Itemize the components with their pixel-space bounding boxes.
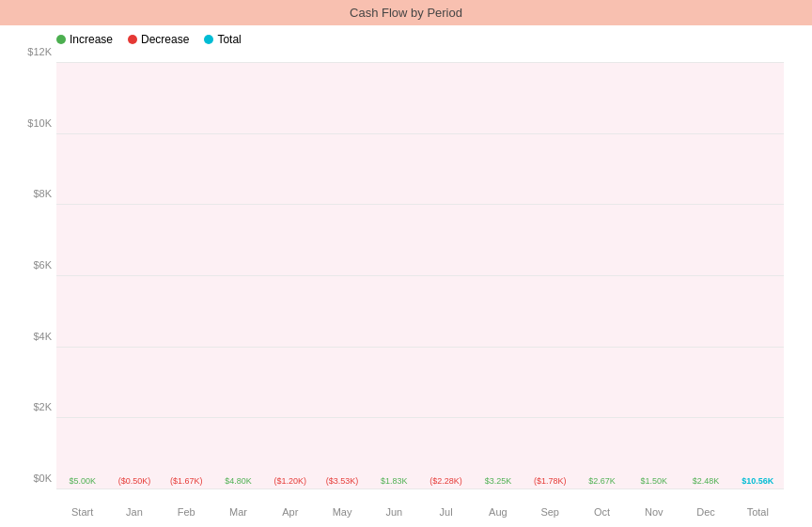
y-axis-label: $12K — [5, 46, 52, 57]
legend-decrease-label: Decrease — [141, 33, 189, 46]
x-axis-label: Nov — [628, 506, 679, 518]
chart-wrapper: Cash Flow by Period Increase Decrease To… — [0, 0, 812, 527]
legend-total-label: Total — [217, 33, 241, 46]
bar-group: $10.56K — [732, 63, 784, 489]
y-axis-label: $4K — [5, 331, 52, 342]
bar-label-total: $10.56K — [742, 476, 773, 486]
y-axis-label: $8K — [5, 188, 52, 199]
legend-decrease-dot — [128, 35, 137, 44]
bar-label-increase: $1.83K — [381, 476, 408, 486]
legend: Increase Decrease Total — [0, 25, 812, 54]
bar-group: ($1.20K) — [264, 63, 316, 489]
x-axis-label: Apr — [264, 506, 316, 518]
legend-total: Total — [204, 33, 241, 46]
legend-increase-dot — [56, 35, 66, 44]
y-axis-label: $2K — [5, 401, 52, 412]
bar-label-increase: $3.25K — [485, 476, 512, 486]
bar-label-decrease: ($0.50K) — [118, 476, 151, 486]
bar-group: $5.00K — [56, 63, 108, 489]
x-axis-label: Start — [56, 506, 108, 518]
bar-label-decrease: ($1.67K) — [170, 476, 203, 486]
bar-label-decrease: ($1.78K) — [534, 476, 567, 486]
x-axis-label: Aug — [472, 506, 523, 518]
bar-group: ($0.50K) — [108, 63, 160, 489]
bar-group: ($2.28K) — [420, 63, 472, 489]
bar-label-decrease: ($2.28K) — [429, 476, 462, 486]
x-axis-label: Feb — [161, 506, 212, 518]
legend-increase: Increase — [56, 33, 113, 46]
x-axis-label: Jan — [108, 506, 160, 518]
bar-label-increase: $1.50K — [640, 476, 667, 486]
y-axis-label: $0K — [5, 473, 52, 484]
bars-container: $5.00K($0.50K)($1.67K)$4.80K($1.20K)($3.… — [56, 63, 784, 489]
x-labels: StartJanFebMarAprMayJunJulAugSepOctNovDe… — [56, 506, 784, 518]
bar-group: $2.67K — [576, 63, 628, 489]
y-axis-label: $6K — [5, 259, 52, 271]
bar-label-decrease: ($1.20K) — [274, 476, 307, 486]
legend-decrease: Decrease — [128, 33, 189, 46]
bar-label-increase: $5.00K — [69, 476, 96, 486]
bar-group: $1.83K — [368, 63, 420, 489]
bar-group: $2.48K — [679, 63, 731, 489]
x-axis-label: Dec — [679, 506, 731, 518]
bar-label-decrease: ($3.53K) — [326, 476, 359, 486]
x-axis-label: May — [316, 506, 367, 518]
x-axis-label: Total — [732, 506, 784, 518]
x-axis-label: Mar — [212, 506, 264, 518]
bar-group: ($3.53K) — [316, 63, 367, 489]
x-axis-label: Jul — [420, 506, 472, 518]
bar-label-increase: $4.80K — [225, 476, 252, 486]
legend-increase-label: Increase — [70, 33, 113, 46]
bar-group: ($1.78K) — [524, 63, 576, 489]
bar-group: $3.25K — [472, 63, 523, 489]
bar-group: ($1.67K) — [161, 63, 212, 489]
x-axis-label: Sep — [524, 506, 576, 518]
bar-label-increase: $2.67K — [588, 476, 616, 486]
chart-area: $0K$2K$4K$6K$8K$10K$12K $5.00K($0.50K)($… — [0, 54, 812, 527]
x-axis-label: Oct — [576, 506, 628, 518]
x-axis-label: Jun — [368, 506, 420, 518]
y-axis-label: $10K — [5, 117, 52, 129]
bar-group: $1.50K — [628, 63, 679, 489]
bar-label-increase: $2.48K — [693, 476, 720, 486]
chart-title: Cash Flow by Period — [0, 0, 812, 25]
legend-total-dot — [204, 35, 213, 44]
bar-group: $4.80K — [212, 63, 264, 489]
